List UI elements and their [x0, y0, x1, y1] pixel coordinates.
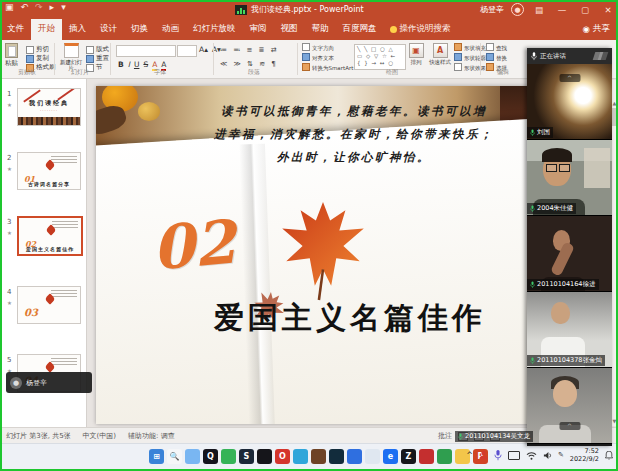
- account-name[interactable]: 杨登辛: [480, 4, 504, 15]
- arrange-button[interactable]: ▣ 排列: [406, 43, 426, 66]
- underline-button[interactable]: U: [134, 60, 140, 69]
- video-tile-5[interactable]: ^ 20110104134吴文龙: [527, 368, 612, 444]
- video-tile-3[interactable]: 20110104164徐进: [527, 216, 612, 292]
- app-navy-taskbar-icon[interactable]: [329, 449, 344, 464]
- screen-share-tray-icon[interactable]: [508, 451, 520, 460]
- tab-幻灯片放映[interactable]: 幻灯片放映: [186, 19, 243, 40]
- section-number-text[interactable]: 02: [149, 206, 238, 283]
- tab-插入[interactable]: 插入: [62, 19, 93, 40]
- app-light-taskbar-icon[interactable]: [365, 449, 380, 464]
- collapse-chevron-icon[interactable]: ^: [559, 422, 580, 430]
- pen-input-icon[interactable]: ✎: [558, 451, 564, 459]
- find-button[interactable]: 查找: [486, 43, 507, 53]
- person-tray-icon[interactable]: [479, 450, 488, 460]
- volume-icon[interactable]: [543, 451, 552, 460]
- tell-me-search[interactable]: 操作说明搜索: [384, 19, 457, 40]
- shape-fill-button[interactable]: 形状填充: [454, 43, 486, 53]
- start-taskbar-icon[interactable]: ⊞: [149, 449, 164, 464]
- maximize-button[interactable]: ▢: [577, 5, 593, 15]
- slide-editing-area[interactable]: 读书可以抵御青年，慰藉老年。读书可以增 进幸福，消灾解愁。在家时，给你带来快乐；…: [96, 86, 536, 424]
- app-brown-taskbar-icon[interactable]: [311, 449, 326, 464]
- earth-browser-taskbar-icon[interactable]: [437, 449, 452, 464]
- shape-outline-button[interactable]: 形状轮廓: [454, 53, 486, 63]
- layout-button[interactable]: 版式: [86, 45, 109, 54]
- search-taskbar-icon[interactable]: 🔍: [167, 449, 182, 464]
- tab-帮助[interactable]: 帮助: [305, 19, 336, 40]
- text-direction-button[interactable]: 文字方向: [302, 43, 353, 53]
- tab-切换[interactable]: 切换: [124, 19, 155, 40]
- meeting-selfview-pill[interactable]: ● 杨登辛: [6, 372, 92, 393]
- paragraph-row1[interactable]: ≔ ≕ ≡ ≣ ⇄: [220, 46, 279, 54]
- cut-button[interactable]: 剪切: [26, 45, 49, 54]
- tab-动画[interactable]: 动画: [155, 19, 186, 40]
- comments-button[interactable]: 批注: [438, 431, 452, 441]
- telegram-taskbar-icon[interactable]: [293, 449, 308, 464]
- avatar[interactable]: ●: [511, 3, 524, 16]
- taskbar-clock[interactable]: 7:52 2022/9/2: [570, 447, 599, 463]
- quote-textbox[interactable]: 读书可以抵御青年，慰藉老年。读书可以增 进幸福，消灾解愁。在家时，给你带来快乐；…: [180, 100, 528, 169]
- scrollbar-thumb[interactable]: [612, 108, 617, 126]
- shapes-gallery[interactable]: ╲ ╲ □ ○ △ ▭ ◇ ▽ ☆ ← { } → ↔ ○: [354, 44, 406, 70]
- redo-icon[interactable]: ↷: [35, 2, 43, 12]
- tab-文件[interactable]: 文件: [0, 19, 31, 40]
- steam-taskbar-icon[interactable]: S: [239, 449, 254, 464]
- meeting-panel-header[interactable]: 正在讲话: [527, 48, 612, 64]
- widgets-taskbar-icon[interactable]: [185, 449, 200, 464]
- save-icon[interactable]: ▣: [5, 2, 14, 12]
- minimize-button[interactable]: —: [554, 5, 570, 15]
- undo-icon[interactable]: ↶: [21, 2, 29, 12]
- tab-视图[interactable]: 视图: [274, 19, 305, 40]
- collapse-chevron-icon[interactable]: ^: [559, 74, 580, 82]
- slide-thumbnail-2[interactable]: 01 古诗词名篇分享: [17, 152, 81, 190]
- new-slide-button[interactable]: 新建幻灯片: [58, 43, 84, 71]
- app-red-round-taskbar-icon[interactable]: [419, 449, 434, 464]
- copy-button[interactable]: 复制: [26, 54, 49, 63]
- paragraph-row2[interactable]: ≪ ≫ ⇅ ≋ ¶: [220, 60, 278, 68]
- accessibility-status[interactable]: 辅助功能: 调查: [128, 431, 175, 441]
- qq-taskbar-icon[interactable]: Q: [203, 449, 218, 464]
- font-grow-shrink[interactable]: A▴A▾: [199, 45, 221, 54]
- font-name-input[interactable]: [116, 45, 176, 57]
- slide-thumbnail-3-selected[interactable]: 02 爱国主义名篇佳作: [17, 216, 83, 256]
- app-grid-black-taskbar-icon[interactable]: [257, 449, 272, 464]
- wechat-taskbar-icon[interactable]: [221, 449, 236, 464]
- scroll-up-arrow[interactable]: ▲: [611, 100, 618, 106]
- align-text-button[interactable]: 对齐文本: [302, 53, 353, 63]
- ribbon-display-options-icon[interactable]: ▤: [531, 5, 547, 15]
- bold-button[interactable]: B: [118, 60, 124, 69]
- shape-effects-button[interactable]: 形状效果: [454, 63, 486, 73]
- slide-thumbnail-1[interactable]: 我们读经典 ········: [17, 88, 81, 126]
- microphone-tray-icon[interactable]: [494, 450, 502, 461]
- tab-设计[interactable]: 设计: [93, 19, 124, 40]
- tab-百度网盘[interactable]: 百度网盘: [336, 19, 384, 40]
- notification-bell-icon[interactable]: [605, 451, 613, 460]
- language-indicator[interactable]: 中文(中国): [83, 431, 116, 441]
- close-button[interactable]: ✕: [600, 5, 616, 15]
- video-tile-2[interactable]: 2004朱佳健: [527, 140, 612, 216]
- tab-审阅[interactable]: 审阅: [243, 19, 274, 40]
- opera-gx-taskbar-icon[interactable]: O: [275, 449, 290, 464]
- edge-taskbar-icon[interactable]: e: [383, 449, 398, 464]
- replace-button[interactable]: 替换: [486, 53, 507, 63]
- app-z-taskbar-icon[interactable]: Z: [401, 449, 416, 464]
- video-tile-4[interactable]: 20110104378张金灿: [527, 292, 612, 368]
- tab-开始[interactable]: 开始: [31, 19, 62, 40]
- reset-button[interactable]: 重置: [86, 54, 109, 63]
- strikethrough-button[interactable]: S: [143, 60, 148, 69]
- italic-button[interactable]: I: [128, 60, 130, 69]
- qat-customize-icon[interactable]: ▾: [61, 2, 66, 12]
- quick-styles-button[interactable]: A 快速样式: [428, 43, 452, 66]
- convert-smartart-button[interactable]: 转换为SmartArt: [302, 63, 353, 73]
- meeting-video-panel[interactable]: 正在讲话 ^ 刘国 2004朱佳健: [527, 48, 612, 446]
- font-size-input[interactable]: [177, 45, 197, 57]
- start-slideshow-icon[interactable]: ▸: [50, 2, 55, 12]
- paste-button[interactable]: 粘贴: [5, 43, 18, 68]
- photos-taskbar-icon[interactable]: [347, 449, 362, 464]
- video-tile-1[interactable]: ^ 刘国: [527, 64, 612, 140]
- slide-title-text[interactable]: 爱国主义名篇佳作: [214, 298, 486, 339]
- tray-chevron-up-icon[interactable]: ^: [466, 451, 473, 460]
- share-button[interactable]: ◉ 共享: [583, 23, 610, 35]
- scroll-down-arrow[interactable]: ▼: [611, 418, 618, 424]
- slide-thumbnail-4[interactable]: 03: [17, 286, 81, 324]
- wifi-icon[interactable]: [526, 451, 537, 460]
